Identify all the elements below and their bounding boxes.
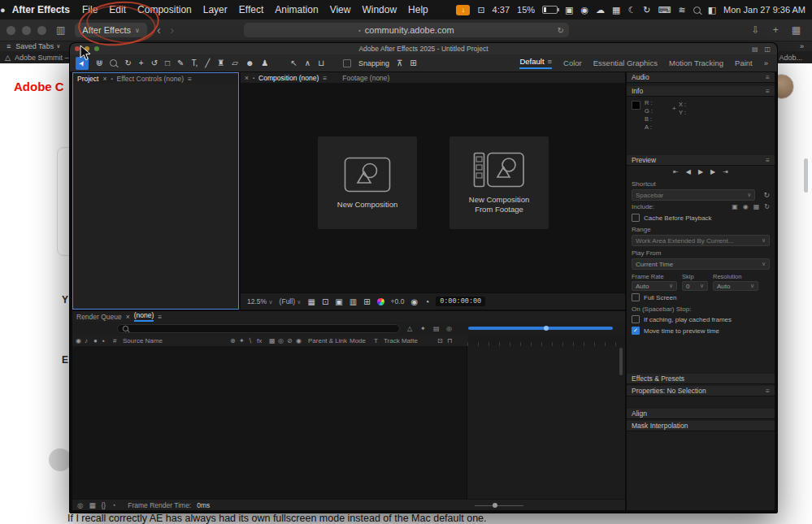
snap-option-icon[interactable]: ⊼	[397, 58, 402, 67]
solo-column-icon[interactable]: ●	[93, 337, 98, 344]
grid-icon[interactable]: ▦	[612, 5, 620, 15]
caching-row[interactable]: If caching, play cached frames	[627, 314, 775, 325]
quality-icon[interactable]: ∖	[248, 337, 252, 344]
effects-presets-header[interactable]: Effects & Presets	[627, 374, 775, 384]
column-track-matte[interactable]: Track Matte	[384, 337, 418, 344]
column-parent-link[interactable]: Parent & Link	[308, 337, 347, 344]
tab-footage[interactable]: Footage (none)	[342, 74, 389, 82]
ae-titlebar[interactable]: Adobe After Effects 2025 - Untitled Proj…	[70, 43, 777, 54]
range-dropdown[interactable]: Work Area Extended By Current...∨	[632, 235, 770, 246]
move-time-row[interactable]: ✓Move time to preview time	[627, 325, 775, 336]
new-composition-button[interactable]: New Composition	[318, 136, 417, 229]
play-from-dropdown[interactable]: Current Time∨	[632, 258, 770, 270]
panel-menu-icon[interactable]: ≡	[766, 87, 770, 95]
expand-layers-icon[interactable]: ▦	[89, 501, 95, 509]
menu-help[interactable]: Help	[408, 4, 428, 15]
lock-column-icon[interactable]: ▪	[102, 337, 105, 344]
close-icon[interactable]: ×	[102, 75, 106, 83]
timeline-search-field[interactable]	[117, 324, 400, 333]
channel-icon[interactable]	[377, 298, 384, 305]
panel-menu-icon[interactable]: ≡	[158, 313, 162, 321]
column-number[interactable]: #	[113, 337, 116, 344]
hand-tool[interactable]: ⋓	[96, 58, 102, 67]
zoom-window-button[interactable]	[37, 26, 46, 35]
new-composition-from-footage-button[interactable]: New Composition From Footage	[449, 136, 549, 229]
tab-composition[interactable]: Composition (none)	[258, 74, 319, 82]
zoom-tool[interactable]	[110, 59, 117, 67]
toolbar-extra-icon[interactable]: ↖	[290, 58, 297, 67]
menu-effect[interactable]: Effect	[239, 4, 263, 15]
exposure-value[interactable]: +0.0	[391, 297, 405, 305]
timeline-track-area[interactable]	[467, 346, 625, 499]
puppet-pin-tool[interactable]: ♟	[261, 58, 268, 67]
workspace-default[interactable]: Default≡	[519, 57, 552, 69]
toolbar-extra-icon[interactable]: ⊔	[318, 58, 324, 67]
info-panel-header[interactable]: Info≡	[627, 86, 775, 97]
workspace-menu-icon[interactable]: ≡	[548, 57, 553, 66]
mask-visibility-icon[interactable]: ⊡	[322, 297, 328, 306]
time-icon[interactable]: ◔	[111, 501, 115, 509]
preview-panel-header[interactable]: Preview≡	[627, 155, 775, 166]
display-icon[interactable]: ⊡	[477, 5, 484, 15]
menu-animation[interactable]: Animation	[275, 4, 318, 15]
skip-dropdown[interactable]: 0∨	[682, 281, 708, 291]
tab-effect-controls[interactable]: Effect Controls (none)	[117, 75, 185, 83]
video-column-icon[interactable]: ◉	[76, 337, 81, 344]
mask-interpolation-header[interactable]: Mask Interpolation	[627, 421, 775, 431]
loop-icon[interactable]: ↻	[764, 203, 770, 210]
expand-column-icon[interactable]: ⊡	[437, 337, 443, 344]
menubar-clock[interactable]: Mon Jan 27 9:36 AM	[723, 5, 805, 15]
project-panel-body[interactable]	[73, 84, 238, 309]
menu-layer[interactable]: Layer	[203, 4, 228, 15]
last-frame-button[interactable]: ⇥	[723, 168, 728, 175]
column-mode[interactable]: Mode	[350, 337, 366, 344]
app-menu-after-effects[interactable]: After Effects	[12, 4, 70, 15]
previous-frame-button[interactable]: ◀	[686, 168, 691, 175]
collapse-icon[interactable]: ✦	[239, 337, 245, 344]
workspace-overflow-icon[interactable]: »	[764, 58, 768, 67]
type-tool[interactable]: T,	[191, 58, 198, 67]
composition-mini-flowchart-icon[interactable]: △	[407, 325, 412, 332]
minimize-window-button[interactable]	[22, 26, 31, 35]
toolbar-extra-icon[interactable]: ∧	[305, 58, 310, 67]
overflow-chevron-icon[interactable]: »	[800, 42, 804, 50]
close-window-button[interactable]	[7, 26, 15, 35]
timeline-scrollbar[interactable]	[619, 348, 623, 375]
motion-blur-column-icon[interactable]: ◎	[278, 337, 284, 344]
reset-icon[interactable]: ↻	[763, 191, 770, 199]
ae-titlebar-icon[interactable]: ◫	[764, 45, 771, 53]
cache-checkbox[interactable]	[632, 214, 640, 222]
magnification-dropdown[interactable]: 12.5% ∨	[247, 297, 273, 305]
forward-button[interactable]: ›	[171, 24, 175, 37]
preview-time-icon[interactable]: ◔	[424, 297, 429, 306]
motion-blur-icon[interactable]: ◎	[446, 325, 452, 332]
move-time-checkbox[interactable]: ✓	[632, 327, 640, 335]
shy-icon[interactable]: ⊕	[230, 337, 236, 344]
timecode-display[interactable]: 0:00:00:00	[436, 297, 485, 306]
reload-icon[interactable]: ↻	[558, 26, 564, 35]
apple-menu-icon[interactable]: ●	[0, 5, 6, 15]
control-center-icon[interactable]: ◧	[708, 5, 716, 15]
tab-render-queue[interactable]: Render Queue	[76, 313, 122, 321]
shape-tool[interactable]: □	[165, 58, 170, 67]
tab-timeline-none[interactable]: (none)	[134, 311, 154, 322]
keyboard-icon[interactable]: ⌨	[658, 5, 671, 15]
brush-tool[interactable]: ╱	[205, 58, 210, 67]
include-overlays-icon[interactable]: ▦	[753, 203, 760, 210]
properties-header[interactable]: Properties: No Selection≡	[627, 386, 775, 396]
column-source-name[interactable]: Source Name	[123, 337, 163, 344]
downloads-icon[interactable]: ⇩	[752, 24, 760, 36]
time-indicator[interactable]	[544, 326, 549, 331]
sync-icon[interactable]: ↻	[643, 5, 650, 15]
expand-column-icon[interactable]: ⊓	[447, 337, 452, 344]
timeline-zoom-slider[interactable]	[475, 505, 523, 506]
layer-list-area[interactable]	[72, 346, 467, 499]
frame-blending-icon[interactable]: ▤	[433, 325, 440, 332]
region-of-interest-icon[interactable]: ▣	[335, 297, 342, 306]
play-button[interactable]: ▶	[698, 168, 703, 175]
page-scrollbar[interactable]	[804, 158, 808, 193]
render-toggle-icon[interactable]: ◎	[77, 501, 83, 509]
audio-column-icon[interactable]: ♪	[85, 337, 88, 344]
workspace-color[interactable]: Color	[563, 58, 582, 67]
cloud-icon[interactable]: ☁	[596, 5, 605, 15]
